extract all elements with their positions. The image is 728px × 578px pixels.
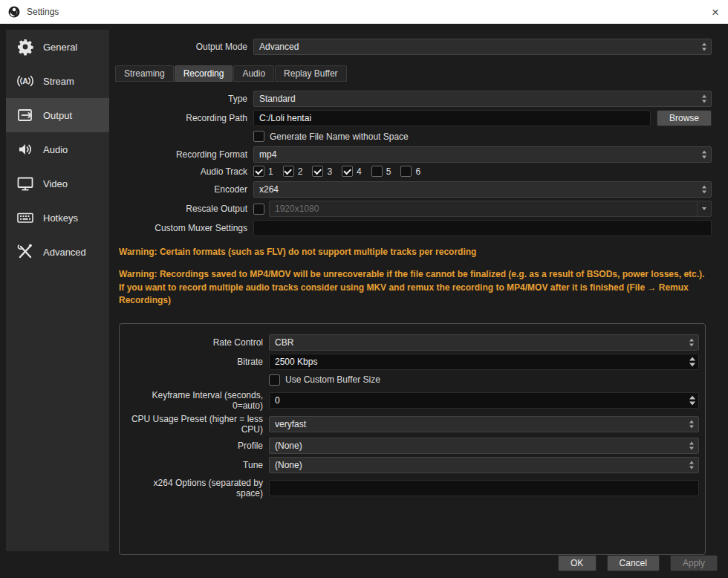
stream-icon: A	[16, 71, 35, 91]
sidebar-item-label: Stream	[43, 76, 74, 87]
audio-track-5-checkbox[interactable]	[371, 166, 383, 177]
audio-track-6-checkbox[interactable]	[400, 166, 412, 177]
dropdown-arrows-icon	[702, 151, 706, 159]
dropdown-arrows-icon	[689, 338, 694, 346]
sidebar-item-video[interactable]: Video	[6, 166, 109, 201]
tab-recording[interactable]: Recording	[175, 65, 233, 82]
tab-streaming[interactable]: Streaming	[115, 65, 174, 82]
type-row: Type Standard	[115, 91, 712, 107]
ok-button[interactable]: OK	[558, 555, 597, 571]
dropdown-arrows-icon	[689, 441, 694, 449]
tune-select[interactable]: (None)	[269, 457, 699, 473]
keyframe-interval-input[interactable]	[269, 392, 699, 409]
bitrate-row: Bitrate	[126, 354, 699, 370]
cpu-preset-label: CPU Usage Preset (higher = less CPU)	[126, 414, 263, 435]
tune-value: (None)	[275, 460, 302, 470]
type-value: Standard	[259, 94, 296, 104]
rescale-output-value: 1920x1080	[275, 204, 319, 214]
sidebar-item-hotkeys[interactable]: Hotkeys	[6, 201, 109, 235]
audio-track-1: 1	[253, 166, 273, 177]
x264-options-label: x264 Options (separated by space)	[126, 478, 263, 499]
cancel-button[interactable]: Cancel	[607, 555, 660, 571]
spin-buttons[interactable]	[689, 395, 695, 405]
cpu-preset-value: veryfast	[275, 419, 306, 429]
audio-track-3-checkbox[interactable]	[312, 166, 323, 177]
output-mode-row: Output Mode Advanced	[115, 39, 712, 55]
dialog-footer: OK Cancel Apply	[558, 555, 718, 571]
output-mode-value: Advanced	[259, 42, 299, 52]
rescale-output-checkbox[interactable]	[253, 204, 264, 215]
audio-track-row: Audio Track 1 2 3 4 5 6	[115, 166, 712, 177]
recording-path-row: Recording Path Browse	[115, 110, 712, 126]
profile-value: (None)	[275, 441, 302, 451]
app-body: General A Stream Output Audio	[0, 24, 728, 578]
dropdown-arrows-icon	[702, 43, 706, 51]
keyboard-icon	[16, 208, 35, 227]
encoder-settings-group: Rate Control CBR Bitrate	[119, 323, 706, 555]
recording-path-input[interactable]	[253, 110, 651, 126]
apply-button[interactable]: Apply	[670, 555, 718, 571]
recording-format-value: mp4	[259, 149, 276, 160]
keyframe-interval-label: Keyframe Interval (seconds, 0=auto)	[126, 390, 263, 411]
sidebar-item-label: Audio	[43, 144, 68, 155]
output-mode-select[interactable]: Advanced	[253, 39, 712, 55]
browse-button[interactable]: Browse	[657, 110, 712, 126]
rate-control-label: Rate Control	[126, 337, 263, 348]
sidebar-item-label: Output	[43, 110, 72, 121]
sidebar-item-label: Video	[43, 178, 68, 189]
audio-track-6: 6	[400, 166, 420, 177]
audio-track-4-checkbox[interactable]	[342, 166, 353, 177]
recording-format-select[interactable]: mp4	[253, 146, 712, 163]
sidebar-item-general[interactable]: General	[6, 30, 109, 64]
x264-options-input[interactable]	[269, 480, 699, 496]
generate-no-space-checkbox[interactable]	[253, 131, 264, 142]
custom-buffer-checkbox[interactable]	[269, 374, 280, 386]
close-icon[interactable]: ×	[712, 6, 719, 19]
custom-buffer-row: Use Custom Buffer Size	[126, 374, 699, 386]
tune-label: Tune	[126, 460, 263, 470]
window-title: Settings	[27, 7, 59, 17]
cpu-preset-select[interactable]: veryfast	[269, 416, 699, 432]
sidebar-item-output[interactable]: Output	[6, 98, 109, 132]
generate-no-space-label: Generate File Name without Space	[270, 131, 409, 142]
output-tabs: Streaming Recording Audio Replay Buffer	[115, 65, 712, 82]
tab-replay-buffer[interactable]: Replay Buffer	[275, 65, 347, 82]
output-icon	[16, 105, 35, 125]
titlebar: Settings ×	[0, 0, 728, 24]
generate-no-space-row: Generate File Name without Space	[115, 131, 712, 142]
rescale-output-label: Rescale Output	[115, 204, 247, 214]
output-mode-label: Output Mode	[115, 42, 247, 52]
rescale-output-row: Rescale Output 1920x1080	[115, 201, 712, 217]
audio-track-3: 3	[312, 166, 332, 177]
sidebar-item-label: General	[43, 42, 77, 53]
profile-label: Profile	[126, 441, 263, 451]
type-label: Type	[115, 94, 247, 104]
recording-path-label: Recording Path	[115, 113, 247, 123]
x264-options-row: x264 Options (separated by space)	[126, 478, 699, 499]
dropdown-arrows-icon	[702, 95, 706, 103]
svg-text:A: A	[22, 77, 28, 85]
type-select[interactable]: Standard	[253, 91, 712, 107]
dropdown-arrows-icon	[689, 420, 694, 428]
audio-track-5: 5	[371, 166, 391, 177]
sidebar-item-audio[interactable]: Audio	[6, 132, 109, 166]
encoder-select[interactable]: x264	[253, 181, 712, 198]
sidebar-item-stream[interactable]: A Stream	[6, 64, 109, 98]
mp4-warning-text: Warning: Recordings saved to MP4/MOV wil…	[119, 268, 712, 307]
custom-muxer-input[interactable]	[253, 220, 712, 236]
rate-control-select[interactable]: CBR	[269, 334, 699, 351]
sidebar-item-label: Advanced	[43, 247, 86, 258]
tab-audio[interactable]: Audio	[233, 65, 274, 82]
audio-track-2-checkbox[interactable]	[283, 166, 294, 177]
settings-window: Settings × General A Stream Outpu	[0, 0, 728, 578]
spin-buttons[interactable]	[689, 357, 695, 366]
sidebar-item-advanced[interactable]: Advanced	[6, 235, 109, 269]
rate-control-row: Rate Control CBR	[126, 334, 699, 351]
bitrate-input[interactable]	[269, 354, 699, 370]
obs-logo-icon	[7, 5, 21, 19]
audio-track-1-checkbox[interactable]	[253, 166, 264, 177]
bitrate-label: Bitrate	[126, 357, 263, 367]
profile-select[interactable]: (None)	[269, 438, 699, 454]
dropdown-arrows-icon	[702, 186, 706, 194]
audio-track-4: 4	[342, 166, 362, 177]
